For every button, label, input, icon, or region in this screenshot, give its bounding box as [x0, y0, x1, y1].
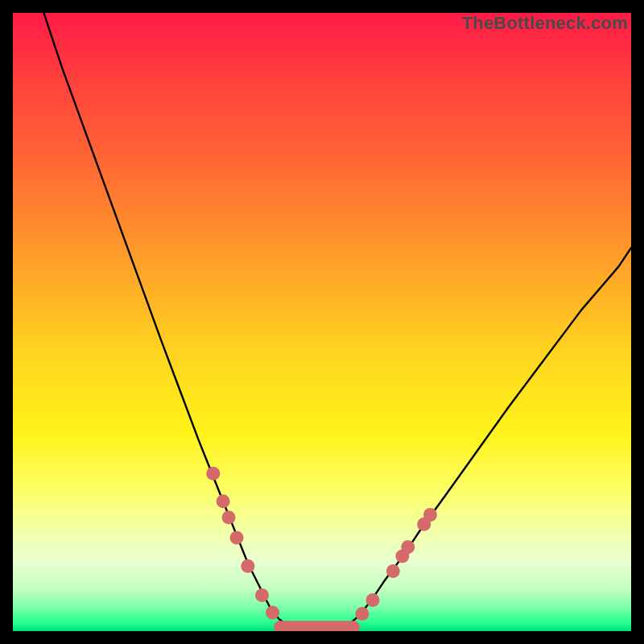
bottleneck-curve — [43, 13, 631, 630]
svg-point-2 — [217, 494, 230, 508]
svg-point-14 — [423, 508, 437, 522]
svg-point-5 — [241, 559, 254, 573]
chart-frame: TheBottleneck.com — [13, 13, 631, 631]
chart-svg — [13, 13, 631, 631]
svg-point-12 — [401, 540, 415, 554]
plot-area: TheBottleneck.com — [13, 13, 631, 631]
svg-point-7 — [266, 605, 279, 619]
svg-point-9 — [365, 593, 379, 607]
svg-point-6 — [255, 588, 269, 602]
svg-point-4 — [230, 531, 244, 545]
attribution-text: TheBottleneck.com — [462, 13, 628, 34]
svg-point-10 — [386, 564, 400, 578]
svg-point-8 — [355, 607, 369, 621]
valley-floor-bar — [274, 621, 360, 631]
svg-point-3 — [222, 510, 236, 524]
svg-rect-0 — [274, 621, 360, 631]
svg-point-1 — [206, 467, 220, 481]
